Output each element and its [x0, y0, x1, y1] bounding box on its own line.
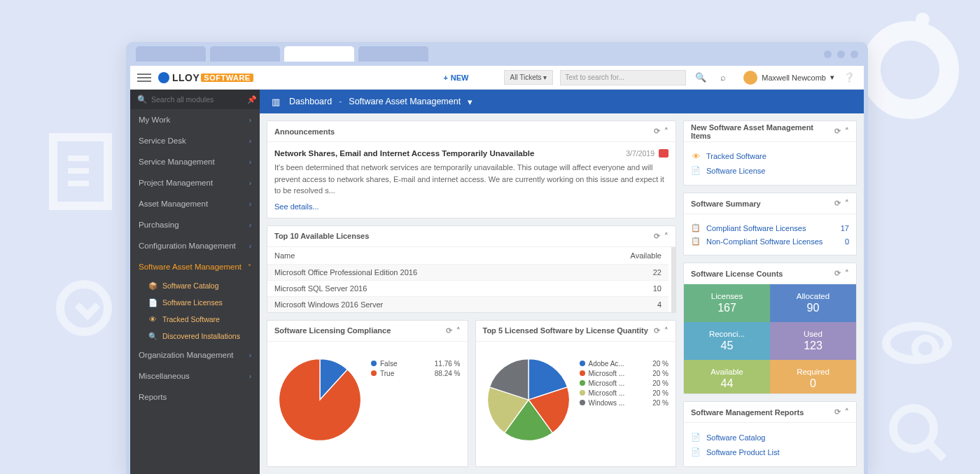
- cell-name: Microsoft Windows 2016 Server: [274, 300, 612, 309]
- user-menu[interactable]: Maxwell Newcomb ▾: [743, 71, 834, 85]
- refresh-icon[interactable]: ⟳: [834, 269, 841, 278]
- legend-dot-icon: [371, 370, 377, 376]
- refresh-icon[interactable]: ⟳: [654, 127, 660, 136]
- summary-row[interactable]: 📋Non-Compliant Software Licenses0: [691, 235, 849, 248]
- sidebar-item[interactable]: Service Management›: [130, 151, 260, 172]
- table-row[interactable]: Microsoft Windows 2016 Server4: [267, 296, 668, 312]
- sidebar-subitem[interactable]: 👁Tracked Software: [130, 311, 260, 328]
- sidebar-subitem[interactable]: 🔍Discovered Installations: [130, 328, 260, 344]
- sidebar-search[interactable]: 🔍 📌: [130, 90, 260, 109]
- hamburger-icon[interactable]: [137, 74, 151, 82]
- compliance-legend: False11.76 %True88.24 %: [371, 354, 461, 460]
- chevron-icon: ›: [249, 179, 251, 187]
- report-link[interactable]: 📄Software Catalog: [691, 430, 849, 445]
- avatar: [743, 71, 757, 85]
- new-button[interactable]: + NEW: [443, 74, 468, 82]
- count-tile[interactable]: Licenses167: [684, 284, 770, 322]
- legend-item: Microsoft ...20 %: [580, 370, 669, 377]
- chevron-icon: ›: [249, 200, 251, 208]
- legend-label: True: [380, 370, 431, 377]
- collapse-icon[interactable]: ˄: [664, 326, 668, 335]
- count-tile[interactable]: Required0: [770, 360, 856, 394]
- sidebar-item[interactable]: Asset Management›: [130, 193, 260, 214]
- sidebar-search-input[interactable]: [151, 95, 243, 104]
- link-label: Software License: [706, 167, 765, 175]
- cell-name: Microsoft Office Professional Edition 20…: [274, 268, 612, 277]
- legend-dot-icon: [580, 400, 585, 405]
- collapse-icon[interactable]: ˄: [845, 127, 849, 136]
- collapse-icon[interactable]: ˄: [664, 232, 668, 241]
- legend-label: Adobe Ac...: [589, 360, 650, 368]
- software-summary-card: Software Summary ⟳˄ 📋Compliant Software …: [683, 193, 857, 256]
- sidebar-subitem[interactable]: 📦Software Catalog: [130, 277, 260, 294]
- legend-item: Windows ...20 %: [580, 399, 669, 407]
- refresh-icon[interactable]: ⟳: [446, 326, 452, 335]
- legend-value: 20 %: [652, 389, 668, 397]
- sidebar-item[interactable]: Purchasing›: [130, 214, 260, 235]
- card-title: Announcements: [274, 127, 335, 136]
- collapse-icon[interactable]: ˄: [664, 127, 668, 136]
- see-details-link[interactable]: See details...: [274, 202, 319, 211]
- sidebar-item[interactable]: Organization Management›: [130, 344, 260, 365]
- link-row[interactable]: 👁Tracked Software: [691, 149, 849, 163]
- count-tile[interactable]: Reconci...45: [684, 322, 770, 360]
- report-link[interactable]: 📄Software Product List: [691, 445, 849, 459]
- search-icon[interactable]: 🔍: [693, 70, 708, 85]
- refresh-icon[interactable]: ⟳: [834, 127, 841, 136]
- breadcrumb-root[interactable]: Dashboard: [289, 97, 332, 106]
- chevron-icon: ˅: [248, 263, 251, 271]
- refresh-icon[interactable]: ⟳: [834, 407, 841, 417]
- table-row[interactable]: Microsoft SQL Server 201610: [267, 280, 668, 296]
- subitem-label: Discovered Installations: [162, 332, 240, 340]
- announcement-title: Network Shares, Email and Internet Acces…: [274, 149, 534, 158]
- top5-pie: [483, 354, 574, 445]
- sidebar-item[interactable]: Miscellaneous›: [130, 365, 260, 386]
- count-tile[interactable]: Available44: [684, 360, 770, 394]
- collapse-icon[interactable]: ˄: [456, 326, 461, 335]
- search-icon: 🔍: [137, 95, 147, 104]
- sidebar-item[interactable]: Service Desk›: [130, 130, 260, 151]
- refresh-icon[interactable]: ⟳: [654, 232, 660, 241]
- global-search-input[interactable]: Text to search for...: [560, 70, 686, 85]
- table-row[interactable]: Microsoft Office Professional Edition 20…: [267, 264, 668, 280]
- sidebar-item[interactable]: Project Management›: [130, 172, 260, 193]
- legend-dot-icon: [580, 361, 585, 366]
- legend-value: 20 %: [652, 399, 668, 407]
- sidebar-item-label: Organization Management: [139, 351, 234, 359]
- refresh-icon[interactable]: ⟳: [834, 199, 841, 208]
- cell-available: 22: [612, 268, 662, 277]
- refresh-icon[interactable]: ⟳: [654, 326, 660, 335]
- sidebar-subitem[interactable]: 📄Software Licenses: [130, 294, 260, 311]
- count-tile[interactable]: Allocated90: [770, 284, 856, 322]
- ticket-filter-dropdown[interactable]: All Tickets ▾: [504, 70, 554, 85]
- link-label: Software Catalog: [706, 433, 765, 442]
- browser-tab[interactable]: [210, 46, 280, 62]
- count-tile[interactable]: Used123: [770, 322, 856, 360]
- chevron-down-icon[interactable]: ▾: [468, 97, 472, 107]
- logo-text: LLOY: [172, 72, 200, 83]
- tile-label: Reconci...: [709, 330, 745, 338]
- sidebar-item[interactable]: Software Asset Management˅: [130, 256, 260, 277]
- browser-tab[interactable]: [358, 46, 428, 62]
- announcement-date: 3/7/2019: [626, 149, 654, 158]
- pin-icon[interactable]: 📌: [247, 95, 257, 104]
- breadcrumb-page[interactable]: Software Asset Management: [349, 97, 461, 106]
- help-icon[interactable]: ❔: [841, 70, 857, 85]
- advanced-search-icon[interactable]: ⌕: [715, 70, 731, 85]
- collapse-icon[interactable]: ˄: [845, 199, 849, 208]
- subitem-icon: 👁: [148, 315, 157, 323]
- link-row[interactable]: 📄Software License: [691, 163, 849, 178]
- collapse-icon[interactable]: ˄: [845, 407, 849, 417]
- sidebar-item[interactable]: My Work›: [130, 109, 260, 130]
- sidebar-item-label: Miscellaneous: [139, 372, 190, 380]
- browser-tab[interactable]: [136, 46, 206, 62]
- legend-item: Microsoft ...20 %: [580, 389, 669, 397]
- summary-row[interactable]: 📋Compliant Software Licenses17: [691, 221, 849, 235]
- scrollbar[interactable]: [671, 247, 676, 312]
- sidebar-item[interactable]: Configuration Management›: [130, 235, 260, 256]
- sidebar-item[interactable]: Reports: [130, 386, 260, 407]
- col-available: Available: [612, 251, 662, 260]
- chevron-icon: ›: [249, 372, 251, 380]
- browser-tab-active[interactable]: [284, 46, 354, 62]
- collapse-icon[interactable]: ˄: [845, 269, 849, 278]
